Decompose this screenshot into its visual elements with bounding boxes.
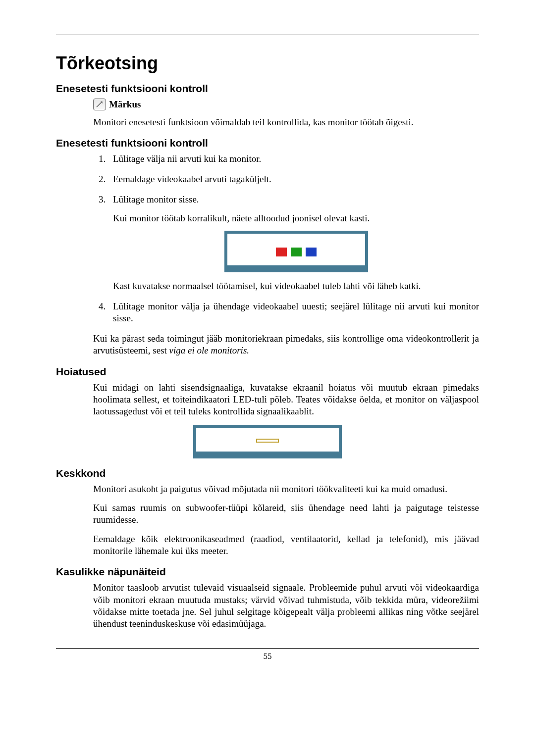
step-1: Lülitage välja nii arvuti kui ka monitor… — [108, 153, 479, 165]
swatch-red — [276, 248, 287, 256]
step-4: Lülitage monitor välja ja ühendage video… — [108, 301, 479, 325]
env-p2: Kui samas ruumis on subwoofer-tüüpi kõla… — [93, 502, 479, 526]
fig1-footer — [227, 263, 365, 269]
env-p1: Monitori asukoht ja paigutus võivad mõju… — [93, 483, 479, 495]
figure-1 — [113, 231, 479, 272]
after-steps-text-a: Kui ka pärast seda toimingut jääb monito… — [93, 333, 479, 355]
note-text: Monitori enesetesti funktsioon võimaldab… — [93, 116, 479, 128]
step-3-sub-b: Kast kuvatakse normaalsel töötamisel, ku… — [113, 280, 479, 293]
section-heading-environment: Keskkond — [56, 467, 479, 479]
figure-2 — [56, 425, 479, 458]
note-row: Märkus — [93, 99, 479, 110]
step-4-text: Lülitage monitor välja ja ühendage video… — [113, 301, 479, 324]
top-rule — [56, 35, 479, 35]
step-1-text: Lülitage välja nii arvuti kui ka monitor… — [113, 153, 261, 164]
page-number: 55 — [56, 652, 479, 661]
section-heading-warnings: Hoiatused — [56, 366, 479, 378]
fig1-upper — [227, 234, 365, 263]
warnings-text: Kui midagi on lahti sisendsignaaliga, ku… — [93, 382, 479, 418]
step-3-sub-a: Kui monitor töötab korralikult, näete al… — [113, 212, 479, 225]
env-p3: Eemaldage kõik elektroonikaseadmed (raad… — [93, 533, 479, 557]
section-heading-selftest-2: Enesetesti funktsiooni kontroll — [56, 137, 479, 149]
tips-p1: Monitor taasloob arvutist tulevaid visua… — [93, 582, 479, 630]
note-label: Märkus — [109, 99, 141, 110]
step-3-text: Lülitage monitor sisse. — [113, 194, 199, 204]
after-steps-text-b: viga ei ole monitoris. — [169, 345, 249, 355]
note-icon — [93, 99, 106, 110]
fig2-footer — [196, 450, 339, 455]
bottom-rule — [56, 648, 479, 649]
step-2-text: Eemaldage videokaabel arvuti tagaküljelt… — [113, 174, 271, 184]
document-page: Tõrkeotsing Enesetesti funktsiooni kontr… — [0, 0, 535, 756]
section-heading-selftest-1: Enesetesti funktsiooni kontroll — [56, 83, 479, 95]
fig2-question-box — [256, 439, 279, 443]
after-steps-text: Kui ka pärast seda toimingut jääb monito… — [93, 333, 479, 357]
step-3: Lülitage monitor sisse. Kui monitor tööt… — [108, 194, 479, 293]
check-signal-cable-box — [224, 231, 368, 272]
fig2-upper — [196, 428, 339, 450]
swatch-green — [291, 248, 302, 256]
not-optimum-mode-box — [193, 425, 342, 458]
section-heading-tips: Kasulikke näpunäiteid — [56, 566, 479, 578]
steps-list: Lülitage välja nii arvuti kui ka monitor… — [93, 153, 479, 325]
page-title: Tõrkeotsing — [56, 53, 479, 74]
step-2: Eemaldage videokaabel arvuti tagaküljelt… — [108, 173, 479, 186]
swatch-blue — [306, 248, 317, 256]
rgb-swatches — [227, 248, 365, 256]
